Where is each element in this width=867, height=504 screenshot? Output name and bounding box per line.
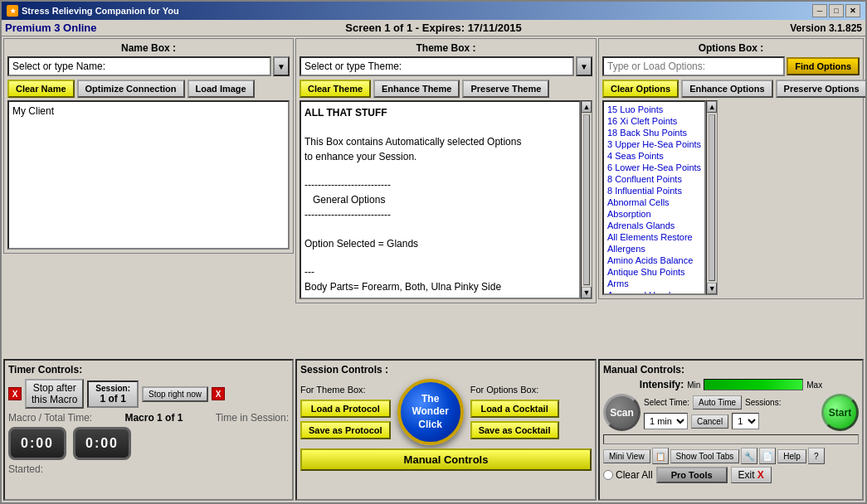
clear-all-radio[interactable]	[603, 470, 613, 480]
list-item[interactable]: 8 Influential Points	[606, 185, 703, 196]
stop-after-button[interactable]: Stop after this Macro	[25, 379, 84, 409]
minimize-button[interactable]: ─	[812, 4, 827, 17]
intensity-label: Intensify:	[640, 379, 684, 390]
list-item[interactable]: Antique Shu Points	[606, 266, 703, 278]
wonder-click-button[interactable]: The Wonder Click	[397, 379, 464, 445]
list-item[interactable]: 16 Xi Cleft Points	[606, 115, 703, 127]
scan-label: Scan	[610, 407, 634, 419]
list-item[interactable]: 3 Upper He-Sea Points	[606, 138, 703, 150]
manual-controls-button[interactable]: Manual Controls	[300, 448, 592, 471]
list-item[interactable]: Arms and Hands	[606, 289, 703, 295]
stop-now-label: Stop right now	[149, 390, 202, 399]
options-input-row: Find Options	[602, 56, 860, 76]
manual-section: Manual Controls: Intensify: Min Max Scan…	[598, 359, 864, 501]
theme-dropdown-row: Select or type Theme: ▼	[300, 56, 592, 76]
preserve-options-button[interactable]: Preserve Options	[776, 80, 865, 98]
wonder-click-line1: The	[421, 393, 439, 406]
tool-icon-2[interactable]: 🔧	[741, 448, 757, 464]
save-protocol-button[interactable]: Save as Protocol	[300, 421, 391, 439]
theme-select[interactable]: Select or type Theme:	[300, 56, 574, 76]
theme-scrollbar[interactable]: ▲ ▼	[581, 100, 592, 299]
theme-content-desc: This Box contains Automatically selected…	[304, 134, 576, 164]
session-col-theme: For Theme Box: Load a Protocol Save as P…	[300, 385, 391, 439]
pro-tools-button[interactable]: Pro Tools	[656, 467, 728, 483]
list-item[interactable]: Absorption	[606, 208, 703, 220]
help-button[interactable]: Help	[777, 449, 806, 463]
name-select[interactable]: Select or type Name:	[7, 56, 271, 76]
exit-button[interactable]: Exit X	[731, 467, 772, 483]
options-box-label: Options Box :	[602, 42, 860, 54]
time-select[interactable]: 1 min	[644, 413, 688, 429]
session-controls-inner: For Theme Box: Load a Protocol Save as P…	[300, 379, 592, 445]
list-item[interactable]: Arms	[606, 278, 703, 289]
intensity-bar[interactable]	[704, 379, 803, 390]
options-scroll-thumb[interactable]	[709, 114, 715, 281]
cancel-button[interactable]: Cancel	[691, 414, 728, 429]
list-item[interactable]: All Elements Restore	[606, 231, 703, 243]
theme-dropdown-arrow[interactable]: ▼	[576, 56, 592, 76]
list-item[interactable]: 4 Seas Points	[606, 150, 703, 162]
title-bar-text: Stress Relieving Companion for You	[22, 6, 179, 16]
list-item[interactable]: 6 Lower He-Sea Points	[606, 162, 703, 173]
session-value: 1 of 1	[95, 393, 130, 405]
version-label: Version 3.1.825	[577, 22, 862, 34]
mini-view-button[interactable]: Mini View	[603, 449, 650, 463]
theme-text-area[interactable]: ALL THAT STUFF This Box contains Automat…	[300, 100, 581, 299]
options-scroll-up[interactable]: ▲	[707, 101, 717, 113]
help-icon[interactable]: ?	[808, 448, 825, 464]
load-image-button[interactable]: Load Image	[188, 80, 255, 98]
clear-theme-button[interactable]: Clear Theme	[300, 80, 371, 98]
theme-body-parts: ---Body Parts= Forearm, Both, Ulna Pinky…	[304, 264, 576, 299]
list-item[interactable]: Adrenals Glands	[606, 220, 703, 231]
tool-icon-3[interactable]: 📄	[759, 448, 776, 464]
options-list[interactable]: 15 Luo Points16 Xi Cleft Points18 Back S…	[602, 100, 706, 295]
enhance-options-button[interactable]: Enhance Options	[681, 80, 772, 98]
preserve-theme-button[interactable]: Preserve Theme	[462, 80, 549, 98]
title-bar-left: ★ Stress Relieving Companion for You	[7, 5, 179, 17]
theme-scroll-up[interactable]: ▲	[582, 101, 592, 113]
list-item[interactable]: Amino Acids Balance	[606, 254, 703, 266]
client-area: My Client	[7, 100, 290, 250]
stop-now-x-button[interactable]: X	[212, 387, 225, 400]
tool-icon-1[interactable]: 📋	[652, 448, 669, 464]
theme-scroll-thumb[interactable]	[583, 114, 590, 285]
show-tool-tabs-button[interactable]: Show Tool Tabs	[670, 449, 740, 463]
theme-option-selected: Option Selected = Glands	[304, 236, 576, 251]
list-item[interactable]: 8 Confluent Points	[606, 173, 703, 185]
options-scroll-down[interactable]: ▼	[707, 283, 717, 294]
clear-name-button[interactable]: Clear Name	[7, 80, 75, 98]
clear-options-button[interactable]: Clear Options	[602, 80, 679, 98]
min-label: Min	[687, 380, 700, 390]
list-item[interactable]: Abnormal Cells	[606, 196, 703, 208]
stop-now-button[interactable]: Stop right now	[142, 386, 208, 402]
theme-button-row: Clear Theme Enhance Theme Preserve Theme	[300, 80, 592, 98]
timer-title: Timer Controls:	[8, 364, 289, 376]
start-button[interactable]: Start	[821, 394, 859, 431]
options-input[interactable]	[602, 56, 785, 76]
sessions-select[interactable]: 1	[732, 413, 759, 429]
list-item[interactable]: 15 Luo Points	[606, 104, 703, 115]
options-scrollbar[interactable]: ▲ ▼	[706, 100, 718, 295]
maximize-button[interactable]: □	[829, 4, 844, 17]
scan-button[interactable]: Scan	[603, 394, 641, 431]
find-options-button[interactable]: Find Options	[787, 57, 860, 75]
name-dropdown-row: Select or type Name: ▼	[7, 56, 290, 76]
name-dropdown-arrow[interactable]: ▼	[273, 56, 290, 76]
list-item[interactable]: 18 Back Shu Points	[606, 127, 703, 138]
header-row: Premium 3 Online Screen 1 of 1 - Expires…	[2, 20, 865, 36]
close-button[interactable]: ✕	[845, 4, 860, 17]
optimize-connection-button[interactable]: Optimize Connection	[77, 80, 185, 98]
right-panel: Options Box : Find Options Clear Options…	[598, 38, 864, 356]
theme-scroll-down[interactable]: ▼	[582, 287, 592, 298]
screen-info-text: Screen 1 of 1 - Expires: 17/11/2015	[345, 22, 521, 34]
stop-after-x-button[interactable]: X	[8, 387, 22, 400]
bottom-buttons-row: Mini View 📋 Show Tool Tabs 🔧 📄 Help ?	[603, 448, 859, 464]
enhance-theme-button[interactable]: Enhance Theme	[373, 80, 460, 98]
time-cancel-row: 1 min Cancel 1	[644, 413, 818, 429]
auto-time-button[interactable]: Auto Time	[693, 395, 742, 410]
app-icon: ★	[7, 5, 18, 17]
save-cocktail-button[interactable]: Save as Cocktail	[470, 421, 559, 439]
list-item[interactable]: Allergens	[606, 243, 703, 254]
load-protocol-button[interactable]: Load a Protocol	[300, 400, 391, 418]
load-cocktail-button[interactable]: Load a Cocktail	[470, 400, 559, 418]
